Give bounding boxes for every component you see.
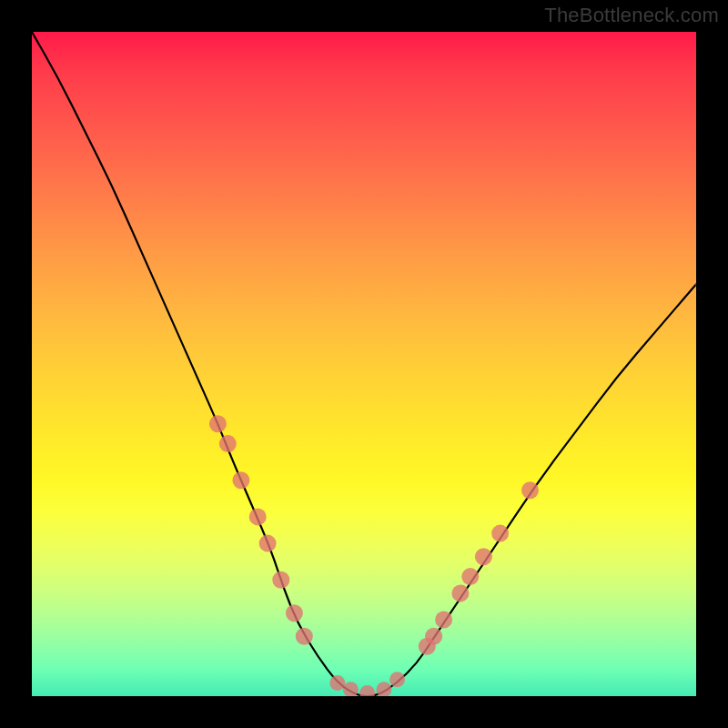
watermark-text: TheBottleneck.com bbox=[544, 4, 719, 27]
data-marker bbox=[272, 571, 289, 589]
data-marker bbox=[461, 568, 479, 585]
data-marker bbox=[475, 548, 492, 565]
data-marker bbox=[286, 604, 303, 622]
data-marker bbox=[389, 672, 405, 687]
chart-frame: TheBottleneck.com bbox=[0, 0, 728, 728]
data-marker bbox=[219, 435, 237, 452]
data-marker bbox=[259, 535, 277, 552]
data-marker bbox=[451, 584, 469, 602]
data-marker bbox=[249, 508, 267, 525]
data-marker bbox=[209, 415, 227, 432]
data-marker bbox=[343, 682, 359, 696]
bottleneck-curve bbox=[32, 32, 696, 696]
data-marker bbox=[425, 628, 442, 645]
chart-svg bbox=[32, 32, 696, 696]
data-marker bbox=[232, 471, 249, 489]
data-marker bbox=[491, 525, 509, 542]
data-marker bbox=[435, 612, 452, 629]
data-marker bbox=[376, 682, 391, 696]
data-marker bbox=[296, 628, 313, 645]
data-marker bbox=[329, 675, 345, 691]
data-marker bbox=[359, 685, 375, 696]
data-marker bbox=[521, 481, 539, 499]
plot-area bbox=[32, 32, 696, 696]
data-markers bbox=[209, 415, 539, 696]
